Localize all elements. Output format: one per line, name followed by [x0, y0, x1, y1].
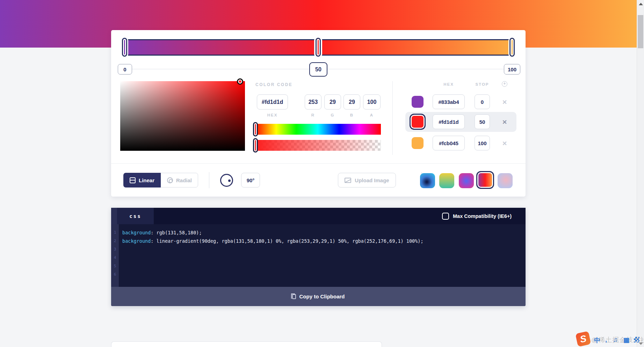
ime-keyboard-icon: ▦	[623, 336, 629, 344]
line-number-gutter: 1 2 3 4 5 6	[111, 224, 119, 287]
stop-row-stop-input[interactable]: 100	[475, 136, 490, 150]
csdn-logo-icon: S	[575, 331, 591, 347]
stop-handle-50[interactable]	[316, 38, 321, 57]
line-number: 6	[111, 272, 119, 277]
r-input[interactable]: 253	[305, 94, 321, 109]
b-input[interactable]: 29	[343, 94, 360, 109]
radial-mode-button[interactable]: Radial	[161, 173, 198, 187]
upload-label: Upload Image	[355, 177, 389, 183]
saturation-handle[interactable]	[237, 78, 243, 85]
alpha-handle[interactable]	[253, 138, 258, 153]
watermark: S @稀土掘金技术社区 中 , ♫ ▦	[576, 332, 644, 347]
delete-stop-icon[interactable]: ✕	[502, 140, 507, 147]
upload-image-button[interactable]: Upload Image	[338, 173, 396, 187]
stops-hex-header: HEX	[433, 82, 465, 86]
stop-row-hex-input[interactable]: #833ab4	[433, 94, 465, 109]
divider	[111, 163, 526, 164]
radial-icon	[167, 177, 173, 183]
delete-stop-icon[interactable]: ✕	[502, 99, 507, 106]
ime-punctuation-icon: ,	[605, 336, 607, 344]
hex-input[interactable]: #fd1d1d	[257, 94, 288, 109]
next-section-card	[111, 341, 382, 347]
preset-swatch-radial-blue-cyan[interactable]	[420, 173, 435, 188]
angle-dial-dot	[228, 179, 231, 182]
radial-label: Radial	[176, 177, 192, 183]
css-value: : linear-gradient(90deg, rgba(131,58,180…	[151, 238, 423, 244]
preset-swatch-yellow-teal[interactable]	[439, 173, 454, 188]
linear-mode-button[interactable]: Linear	[123, 173, 161, 187]
g-label: G	[324, 113, 341, 117]
preset-swatch-purple-red-orange-selected[interactable]	[476, 171, 494, 189]
line-number: 3	[111, 247, 119, 252]
tab-css[interactable]: css	[117, 208, 154, 224]
stop-row-swatch[interactable]	[412, 96, 424, 108]
stop-row-swatch-selected[interactable]	[410, 114, 426, 130]
code-line-1[interactable]: background: rgb(131,58,180);	[122, 230, 202, 235]
scrollbar-up-arrow-icon[interactable]	[639, 3, 643, 5]
hue-slider[interactable]	[255, 124, 381, 135]
stop-handle-0[interactable]	[122, 38, 127, 57]
divider	[209, 172, 209, 188]
preset-swatch-soft-pink-blue[interactable]	[498, 173, 513, 188]
gutter-strip	[111, 208, 117, 224]
css-property: background	[122, 238, 151, 244]
css-code-panel: css Max Compatibility (IE6+) 1 2 3 4 5 6…	[111, 208, 526, 306]
max-compatibility-label: Max Compatibility (IE6+)	[453, 213, 512, 219]
b-label: B	[343, 113, 360, 117]
ime-chinese-mode-icon: 中	[594, 336, 600, 345]
divider	[392, 81, 393, 155]
gradient-editor-card: 0 50 100 COLOR CODE #fd1d1d 253 29 29 10…	[111, 30, 526, 197]
gradient-generator-page: { "banner": { "gradient_css": "linear-gr…	[0, 0, 644, 347]
css-property: background	[122, 230, 151, 235]
add-stop-icon[interactable]: +	[502, 81, 507, 87]
a-input[interactable]: 100	[363, 94, 381, 109]
stop-row-swatch[interactable]	[412, 137, 424, 149]
a-label: A	[363, 113, 381, 117]
saturation-picker[interactable]	[120, 81, 245, 151]
line-number: 5	[111, 264, 119, 268]
stop-value-badge-100[interactable]: 100	[504, 64, 520, 75]
linear-label: Linear	[139, 177, 154, 183]
line-number: 1	[111, 230, 119, 235]
code-line-2[interactable]: background: linear-gradient(90deg, rgba(…	[122, 238, 424, 244]
r-label: R	[305, 113, 321, 117]
preset-swatch-blue-magenta[interactable]	[459, 173, 474, 188]
g-input[interactable]: 29	[324, 94, 341, 109]
stop-value-badge-0[interactable]: 0	[118, 64, 132, 75]
ime-microphone-icon: ♫	[613, 336, 618, 344]
stops-stop-header: STOP	[475, 82, 490, 86]
linear-icon	[130, 177, 136, 183]
angle-input[interactable]: 90°	[241, 173, 260, 187]
copy-to-clipboard-button[interactable]: Copy to Clipboard	[111, 287, 526, 306]
line-number: 2	[111, 239, 119, 243]
stop-row-stop-input[interactable]: 50	[475, 114, 490, 129]
color-code-title: COLOR CODE	[255, 82, 292, 87]
alpha-gradient-overlay	[255, 140, 381, 151]
max-compatibility-checkbox[interactable]	[442, 213, 449, 220]
stop-row-hex-input[interactable]: #fd1d1d	[433, 114, 465, 129]
code-panel-header: css Max Compatibility (IE6+)	[111, 208, 526, 224]
alpha-slider[interactable]	[255, 140, 381, 151]
stop-handle-100[interactable]	[509, 38, 515, 57]
stop-value-badge-50[interactable]: 50	[309, 62, 327, 77]
css-value: : rgb(131,58,180);	[151, 230, 202, 235]
hue-handle[interactable]	[253, 122, 258, 136]
angle-dial[interactable]	[220, 174, 233, 187]
hex-label: HEX	[257, 113, 288, 117]
stop-row-hex-input[interactable]: #fcb045	[433, 136, 465, 150]
ime-toolbox-grid-icon	[634, 337, 639, 342]
saturation-black-overlay	[120, 81, 245, 151]
copy-label: Copy to Clipboard	[299, 293, 345, 299]
stop-row-stop-input[interactable]: 0	[475, 94, 490, 109]
line-number: 4	[111, 255, 119, 260]
scrollbar-thumb[interactable]	[638, 15, 643, 48]
scrollbar[interactable]	[637, 0, 644, 347]
clipboard-icon	[292, 294, 296, 299]
image-icon	[345, 178, 351, 183]
delete-stop-icon[interactable]: ✕	[502, 119, 507, 126]
